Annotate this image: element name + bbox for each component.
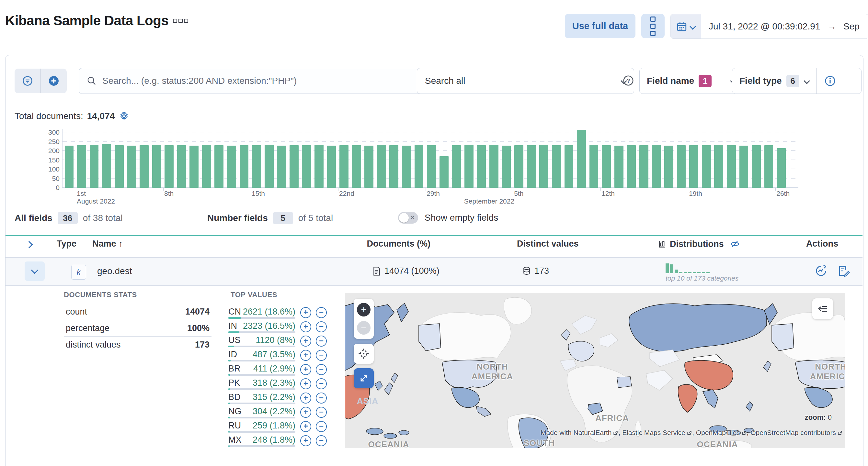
search-box bbox=[79, 68, 426, 94]
show-empty-fields-toggle[interactable]: ✕ bbox=[398, 212, 418, 224]
crosshair-icon bbox=[358, 348, 369, 359]
gear-icon[interactable] bbox=[119, 111, 129, 122]
map-region-label: NORTH AMERICA bbox=[806, 362, 845, 381]
map-legend-button[interactable] bbox=[812, 298, 833, 319]
search-all-select[interactable]: Search all bbox=[417, 68, 634, 94]
histogram-bar bbox=[489, 145, 498, 188]
filter-out-value-button[interactable]: − bbox=[316, 364, 327, 375]
histogram-bar bbox=[714, 145, 723, 188]
x-icon: ✕ bbox=[410, 213, 415, 221]
field-name-geo-dest[interactable]: geo.dest bbox=[97, 266, 132, 276]
use-full-data-button[interactable]: Use full data bbox=[565, 14, 636, 38]
top-value-bar-track bbox=[228, 317, 296, 319]
histogram-bar bbox=[289, 145, 299, 188]
column-header-distributions[interactable]: Distributions bbox=[658, 239, 740, 249]
explore-in-lens-icon[interactable] bbox=[815, 265, 827, 277]
date-range-picker[interactable]: Jul 31, 2022 @ 00:39:02.91 → Sep bbox=[670, 14, 868, 39]
histogram-plot bbox=[62, 129, 798, 188]
filter-button[interactable] bbox=[14, 69, 40, 93]
top-value-row: PK318 (2.3%)+− bbox=[228, 378, 329, 392]
y-tick-label: 100 bbox=[48, 165, 60, 173]
filter-for-value-button[interactable]: + bbox=[300, 350, 311, 361]
date-range-start[interactable]: Jul 31, 2022 @ 00:39:02.91 → Sep bbox=[701, 21, 863, 32]
filter-for-value-button[interactable]: + bbox=[300, 435, 311, 446]
filter-for-value-button[interactable]: + bbox=[300, 421, 311, 432]
top-value-amount: 304 (2.2%) bbox=[228, 406, 296, 417]
filter-out-value-button[interactable]: − bbox=[316, 407, 327, 418]
histogram-bar bbox=[352, 145, 361, 188]
column-header-type[interactable]: Type bbox=[57, 239, 76, 249]
histogram-bar bbox=[327, 145, 336, 188]
filter-for-value-button[interactable]: + bbox=[300, 321, 311, 332]
more-options-button[interactable] bbox=[641, 14, 664, 38]
histogram-bar bbox=[265, 145, 274, 188]
map-attribution[interactable]: Made with NaturalEarth, Elastic Maps Ser… bbox=[540, 429, 843, 437]
filter-out-value-button[interactable]: − bbox=[316, 307, 327, 318]
y-tick-label: 50 bbox=[52, 175, 60, 182]
attribution-link[interactable]: OpenStreetMap contributors bbox=[750, 429, 836, 436]
filter-button-group bbox=[14, 69, 67, 93]
histogram-bar bbox=[240, 145, 249, 188]
calendar-icon bbox=[676, 21, 687, 32]
histogram-bar bbox=[177, 145, 186, 188]
histogram-bar bbox=[277, 145, 286, 188]
filter-out-value-button[interactable]: − bbox=[316, 421, 327, 432]
histogram-bar bbox=[602, 145, 611, 188]
help-icon[interactable]: ? bbox=[622, 75, 634, 87]
top-value-bar-track bbox=[228, 417, 296, 419]
histogram-bar bbox=[77, 145, 86, 188]
filter-for-value-button[interactable]: + bbox=[300, 307, 311, 318]
attribution-link[interactable]: Made with NaturalEarth bbox=[540, 429, 612, 436]
number-fields-summary: Number fields 5 of 5 total bbox=[207, 212, 333, 224]
top-value-amount: 487 (3.5%) bbox=[228, 350, 296, 360]
vertical-dots-icon bbox=[650, 16, 655, 36]
filter-out-value-button[interactable]: − bbox=[316, 336, 327, 346]
field-name-filter-button[interactable]: Field name 1 bbox=[639, 68, 743, 94]
histogram-bar bbox=[314, 145, 323, 188]
field-name-count-badge: 1 bbox=[699, 75, 712, 87]
filter-for-value-button[interactable]: + bbox=[300, 364, 311, 375]
column-header-name[interactable]: Name ↑ bbox=[92, 239, 123, 249]
stat-label: distinct values bbox=[66, 340, 121, 350]
histogram-icon bbox=[658, 240, 666, 248]
zoom-out-button[interactable]: − bbox=[357, 321, 371, 335]
total-documents: Total documents: 14,074 bbox=[14, 111, 129, 122]
world-map[interactable]: NORTH AMERICANORTH AMERICAAFRICASOUTH AM… bbox=[345, 293, 845, 448]
filter-for-value-button[interactable]: + bbox=[300, 378, 311, 389]
column-header-documents[interactable]: Documents (%) bbox=[359, 239, 430, 249]
info-icon[interactable] bbox=[824, 75, 836, 87]
expand-all-button[interactable] bbox=[27, 242, 32, 248]
external-link-icon bbox=[741, 430, 747, 436]
filter-out-value-button[interactable]: − bbox=[316, 393, 327, 404]
histogram-bar bbox=[589, 145, 598, 188]
attribution-link[interactable]: OpenMapTiles bbox=[696, 429, 740, 436]
mini-bar bbox=[684, 272, 687, 273]
attribution-link[interactable]: Elastic Maps Service bbox=[622, 429, 685, 436]
add-filter-button[interactable] bbox=[41, 69, 67, 93]
filter-out-value-button[interactable]: − bbox=[316, 321, 327, 332]
search-input[interactable] bbox=[102, 75, 418, 87]
zoom-in-button[interactable]: + bbox=[357, 303, 371, 317]
edit-field-icon[interactable] bbox=[838, 265, 850, 277]
calendar-dropdown-button[interactable] bbox=[671, 14, 701, 38]
filter-out-value-button[interactable]: − bbox=[316, 350, 327, 361]
filter-circle-icon bbox=[22, 75, 33, 87]
histogram-bar bbox=[739, 145, 748, 188]
title-options-icon[interactable] bbox=[173, 19, 188, 23]
expand-map-button[interactable] bbox=[354, 368, 374, 388]
histogram-bar bbox=[202, 145, 211, 188]
filter-for-value-button[interactable]: + bbox=[300, 336, 311, 346]
fit-to-data-button[interactable] bbox=[354, 344, 374, 364]
field-type-filter-button[interactable]: Field type bbox=[739, 76, 782, 86]
date-range-end[interactable]: Sep bbox=[843, 21, 860, 31]
filter-for-value-button[interactable]: + bbox=[300, 407, 311, 418]
filter-out-value-button[interactable]: − bbox=[316, 435, 327, 446]
eye-closed-icon[interactable] bbox=[730, 239, 740, 249]
filter-for-value-button[interactable]: + bbox=[300, 393, 311, 404]
mini-bar bbox=[693, 272, 696, 273]
column-header-distinct-values[interactable]: Distinct values bbox=[517, 239, 579, 249]
collapse-row-button[interactable] bbox=[25, 262, 45, 281]
filter-out-value-button[interactable]: − bbox=[316, 378, 327, 389]
external-link-icon bbox=[837, 430, 843, 436]
arrow-right-icon: → bbox=[823, 21, 841, 31]
